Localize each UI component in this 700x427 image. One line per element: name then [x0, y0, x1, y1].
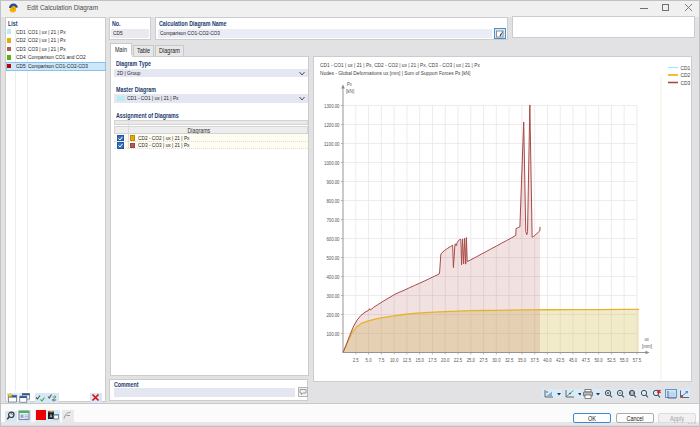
svg-text:[kN]: [kN] — [346, 88, 355, 94]
svg-text:12.5: 12.5 — [403, 357, 411, 363]
svg-text:CD1: CD1 — [681, 65, 691, 71]
svg-text:42.5: 42.5 — [556, 357, 564, 363]
svg-text:800.00: 800.00 — [326, 198, 339, 204]
svg-text:1100.00: 1100.00 — [324, 141, 340, 147]
svg-text:15.0: 15.0 — [416, 357, 424, 363]
svg-text:5.0: 5.0 — [366, 357, 372, 363]
svg-text:50.0: 50.0 — [594, 357, 602, 363]
svg-text:40.0: 40.0 — [543, 357, 551, 363]
svg-text:900.00: 900.00 — [326, 179, 339, 185]
svg-text:37.5: 37.5 — [531, 357, 539, 363]
svg-text:ux: ux — [645, 336, 650, 342]
svg-text:20.0: 20.0 — [441, 357, 449, 363]
svg-text:Px: Px — [347, 81, 352, 87]
svg-text:57.5: 57.5 — [633, 357, 641, 363]
svg-text:45.0: 45.0 — [569, 357, 577, 363]
svg-text:47.5: 47.5 — [582, 357, 590, 363]
svg-text:1200.00: 1200.00 — [324, 122, 340, 128]
svg-text:30.0: 30.0 — [492, 357, 500, 363]
svg-text:500.00: 500.00 — [326, 255, 339, 261]
svg-text:400.00: 400.00 — [326, 274, 339, 280]
svg-text:CD3: CD3 — [681, 80, 691, 86]
svg-text:300.00: 300.00 — [326, 293, 339, 299]
svg-text:27.5: 27.5 — [479, 357, 487, 363]
svg-text:10.0: 10.0 — [390, 357, 398, 363]
svg-text:200.00: 200.00 — [326, 312, 339, 318]
svg-text:2.5: 2.5 — [353, 357, 359, 363]
svg-text:700.00: 700.00 — [326, 217, 339, 223]
svg-text:52.5: 52.5 — [607, 357, 615, 363]
svg-text:7.5: 7.5 — [378, 357, 384, 363]
svg-text:100.00: 100.00 — [326, 331, 339, 337]
svg-text:600.00: 600.00 — [326, 236, 339, 242]
svg-text:[mm]: [mm] — [642, 343, 652, 349]
svg-text:35.0: 35.0 — [518, 357, 526, 363]
svg-text:32.5: 32.5 — [505, 357, 513, 363]
svg-text:25.0: 25.0 — [467, 357, 475, 363]
svg-text:CD2: CD2 — [681, 72, 691, 78]
svg-text:55.0: 55.0 — [620, 357, 628, 363]
svg-text:17.5: 17.5 — [428, 357, 436, 363]
svg-text:1000.00: 1000.00 — [324, 160, 340, 166]
svg-text:22.5: 22.5 — [454, 357, 462, 363]
svg-text:1300.00: 1300.00 — [324, 103, 340, 109]
